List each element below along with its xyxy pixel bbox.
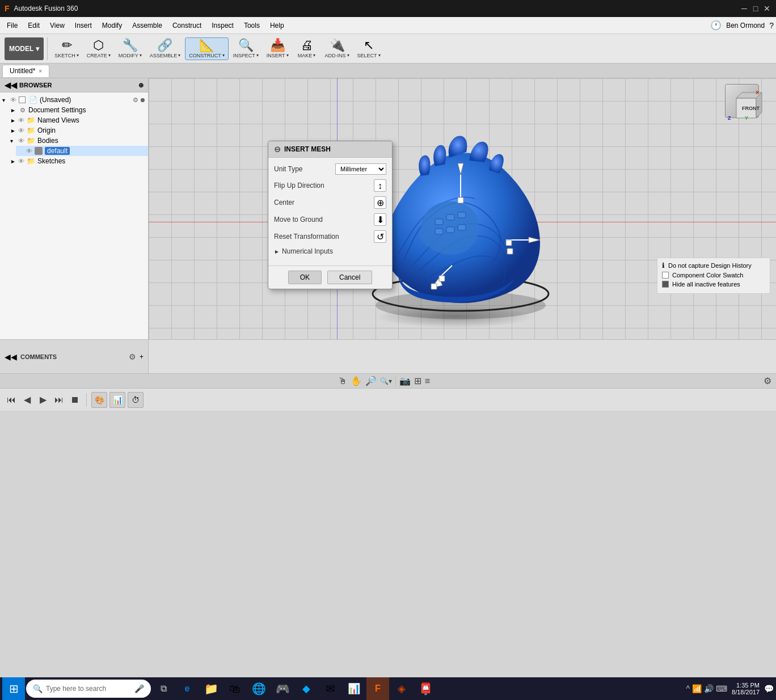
- anim-play-button[interactable]: ▶: [36, 394, 50, 405]
- minimize-button[interactable]: ─: [740, 4, 749, 13]
- bottom-menu-icon[interactable]: ≡: [425, 376, 430, 386]
- taskbar-edge[interactable]: e: [176, 677, 199, 700]
- tab-close-icon[interactable]: ×: [39, 68, 42, 74]
- menu-tools[interactable]: Tools: [239, 19, 264, 32]
- help-icon[interactable]: ?: [769, 21, 774, 30]
- comments-collapse-icon[interactable]: ◀◀: [5, 352, 17, 361]
- toolbar-create[interactable]: ⬡ CREATE ▾: [83, 38, 114, 60]
- anim-skipback-button[interactable]: ⏮: [5, 395, 18, 405]
- menu-construct[interactable]: Construct: [168, 19, 206, 32]
- move-ground-icon[interactable]: ⬇: [374, 213, 386, 226]
- menu-file[interactable]: File: [2, 19, 22, 32]
- browser-expand-icon[interactable]: ⊕: [138, 82, 144, 89]
- toolbar-inspect[interactable]: 🔍 INSPECT ▾: [230, 38, 262, 60]
- taskbar-notification-icon[interactable]: 💬: [764, 684, 774, 693]
- menu-help[interactable]: Help: [265, 19, 289, 32]
- comments-plus-icon[interactable]: +: [140, 353, 144, 361]
- tree-item-root[interactable]: ▾ 👁 📄 (Unsaved) ⚙ ⏺: [0, 95, 148, 105]
- menu-view[interactable]: View: [45, 19, 69, 32]
- menu-assemble[interactable]: Assemble: [128, 19, 167, 32]
- taskbar-taskview[interactable]: ⧉: [152, 677, 175, 700]
- unit-type-select[interactable]: Millimeter Centimeter Meter Inch Foot: [335, 163, 386, 175]
- history-icon[interactable]: 🕐: [710, 20, 722, 31]
- taskbar-explorer[interactable]: 📁: [200, 677, 222, 700]
- menu-modify[interactable]: Modify: [98, 19, 126, 32]
- taskbar-steam[interactable]: 🎮: [271, 677, 294, 700]
- notice-row-hideinactive[interactable]: Hide all inactive features: [662, 281, 765, 288]
- tree-checkbox-root[interactable]: [19, 96, 26, 103]
- systray-up-icon[interactable]: ^: [686, 684, 690, 693]
- taskbar-mail[interactable]: ✉: [319, 677, 341, 700]
- tree-gear-root[interactable]: ⚙: [133, 96, 138, 104]
- systray-volume-icon[interactable]: 🔊: [704, 684, 714, 693]
- taskbar-app11[interactable]: ◈: [390, 677, 413, 700]
- taskbar-start-button[interactable]: ⊞: [2, 677, 25, 700]
- checkbox-componentcolor[interactable]: [662, 272, 669, 279]
- user-name[interactable]: Ben Ormond: [726, 22, 765, 29]
- toolbar-make[interactable]: 🖨 MAKE ▾: [293, 38, 320, 60]
- systray-network-icon[interactable]: 📶: [692, 684, 702, 693]
- viewport[interactable]: FRONT X Y Z ⊖ INSERT MESH Unit Type: [149, 78, 776, 339]
- tree-item-default[interactable]: 👁 default: [16, 146, 148, 156]
- anim-icon-1[interactable]: 🎨: [91, 392, 107, 408]
- reset-transform-icon[interactable]: ↺: [374, 230, 386, 243]
- tree-item-bodies[interactable]: ▾ 👁 📁 Bodies: [8, 136, 148, 146]
- dialog-ok-button[interactable]: OK: [288, 271, 322, 284]
- checkbox-hideinactive[interactable]: [662, 281, 669, 288]
- tree-eye-bodies[interactable]: 👁: [18, 137, 24, 144]
- toolbar-select[interactable]: ↖ SELECT ▾: [354, 38, 384, 60]
- toolbar-insert[interactable]: 📥 INSERT ▾: [263, 38, 292, 60]
- tree-item-docsettings[interactable]: ► ⚙ Document Settings: [8, 105, 148, 115]
- close-button[interactable]: ✕: [762, 4, 771, 13]
- bottom-pan-icon[interactable]: ✋: [351, 376, 362, 386]
- tree-item-origin[interactable]: ► 👁 📁 Origin: [8, 125, 148, 136]
- center-icon[interactable]: ⊕: [374, 196, 386, 209]
- tree-eye-origin[interactable]: 👁: [18, 127, 24, 134]
- bottom-zoom-icon[interactable]: 🔎: [365, 376, 377, 386]
- tree-eye-namedviews[interactable]: 👁: [18, 117, 24, 124]
- taskbar-fusion360[interactable]: F: [366, 677, 389, 700]
- taskbar-time-date[interactable]: 1:35 PM 8/18/2017: [732, 682, 760, 695]
- dialog-cancel-button[interactable]: Cancel: [327, 271, 372, 284]
- systray-keyboard-icon[interactable]: ⌨: [716, 684, 727, 693]
- toolbar-modify[interactable]: 🔧 MODIFY ▾: [115, 38, 145, 60]
- tree-gear-docsettings[interactable]: ⚙: [20, 107, 26, 114]
- toolbar-construct[interactable]: 📐 CONSTRUCT ▾: [185, 37, 229, 60]
- anim-skipfwd-button[interactable]: ⏭: [52, 395, 66, 405]
- taskbar-search[interactable]: 🔍 Type here to search 🎤: [26, 680, 151, 698]
- restore-button[interactable]: □: [751, 4, 760, 13]
- notice-row-componentcolor[interactable]: Component Color Swatch: [662, 272, 765, 279]
- anim-icon-2[interactable]: 📊: [109, 392, 125, 408]
- anim-icon-3[interactable]: ⏱: [128, 392, 144, 408]
- anim-stop-button[interactable]: ⏹: [68, 395, 82, 405]
- taskbar-app12[interactable]: 📮: [414, 677, 437, 700]
- view-cube-inner[interactable]: FRONT X Y Z: [725, 84, 759, 118]
- tab-untitled[interactable]: Untitled* ×: [2, 65, 49, 77]
- menu-inspect[interactable]: Inspect: [207, 19, 238, 32]
- bottom-settings-icon[interactable]: ⚙: [764, 376, 771, 386]
- menu-edit[interactable]: Edit: [23, 19, 44, 32]
- taskbar-app7[interactable]: ◆: [295, 677, 318, 700]
- taskbar-chrome[interactable]: 🌐: [247, 677, 270, 700]
- bottom-zoom2-icon[interactable]: 🔍▾: [380, 377, 392, 385]
- menu-insert[interactable]: Insert: [70, 19, 96, 32]
- model-dropdown[interactable]: MODEL ▾: [5, 37, 44, 60]
- toolbar-assemble[interactable]: 🔗 ASSEMBLE ▾: [146, 38, 184, 60]
- taskbar-store[interactable]: 🛍: [223, 677, 246, 700]
- flip-up-icon[interactable]: ↕: [374, 179, 386, 192]
- toolbar-sketch[interactable]: ✏ SKETCH ▾: [51, 38, 82, 60]
- taskbar-app9[interactable]: 📊: [343, 677, 365, 700]
- tree-item-namedviews[interactable]: ► 👁 📁 Named Views: [8, 115, 148, 125]
- tree-eye-root[interactable]: 👁: [10, 96, 16, 103]
- tree-eye-default[interactable]: 👁: [26, 147, 32, 154]
- browser-collapse-icon[interactable]: ◀◀: [5, 81, 17, 90]
- dialog-close-icon[interactable]: ⊖: [274, 145, 281, 154]
- anim-back-button[interactable]: ◀: [20, 394, 34, 405]
- tree-eye-sketches[interactable]: 👁: [18, 158, 24, 165]
- bottom-navigate-icon[interactable]: 🖱: [338, 376, 347, 386]
- comments-settings-icon[interactable]: ⚙: [129, 352, 136, 361]
- toolbar-addins[interactable]: 🔌 ADD-INS ▾: [322, 38, 353, 60]
- bottom-grid-icon[interactable]: ⊞: [414, 376, 421, 386]
- tree-record-icon[interactable]: ⏺: [140, 96, 146, 103]
- dialog-numerical-inputs[interactable]: ► Numerical Inputs: [274, 247, 386, 255]
